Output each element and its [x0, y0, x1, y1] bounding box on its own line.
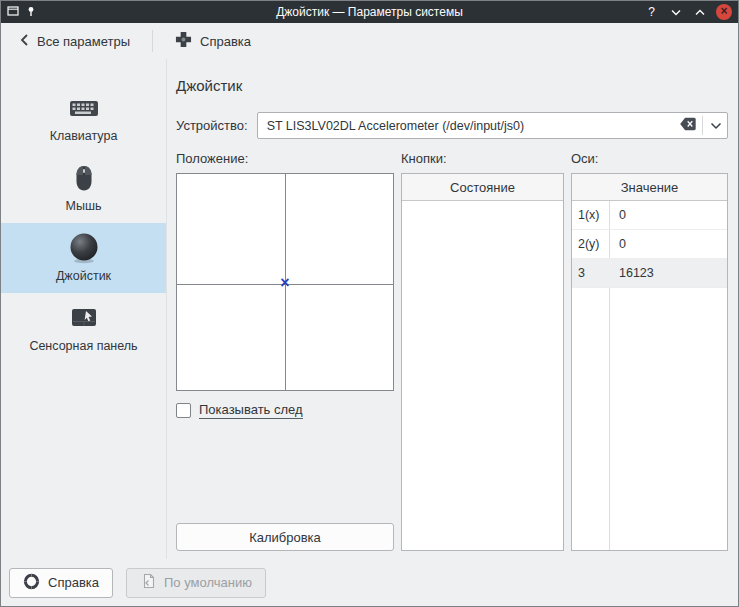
chevron-left-icon [19, 33, 29, 50]
pin-icon[interactable] [26, 5, 36, 20]
axes-table: Значение 1(x) 0 2(y) 0 [571, 173, 728, 551]
axes-label: Оси: [571, 151, 728, 173]
help-ring-icon [23, 573, 40, 593]
close-button[interactable]: × [716, 4, 732, 20]
device-combobox[interactable]: ST LIS3LV02DL Accelerometer (/dev/input/… [257, 112, 728, 139]
axes-table-header: Значение [572, 174, 727, 201]
buttons-table-header: Состояние [402, 174, 563, 201]
show-trace-label: Показывать след [199, 402, 303, 419]
sidebar-item-touchpad[interactable]: Сенсорная панель [1, 293, 166, 363]
buttons-table-body [402, 201, 563, 550]
sidebar-item-mouse[interactable]: Мышь [1, 153, 166, 223]
titlebar[interactable]: Джойстик — Параметры системы ? × [1, 1, 738, 23]
spacer [176, 419, 394, 523]
axis-value: 0 [609, 237, 626, 251]
buttons-table: Состояние [401, 173, 564, 551]
panels: Положение: × Показывать след Калибровка [176, 151, 728, 551]
defaults-button[interactable]: По умолчанию [126, 568, 266, 598]
combobox-dropdown-area[interactable] [702, 116, 722, 135]
calibrate-button[interactable]: Калибровка [176, 523, 394, 551]
system-settings-window: Джойстик — Параметры системы ? × Все пар… [0, 0, 739, 607]
show-trace-checkbox-row[interactable]: Показывать след [176, 402, 394, 419]
toolbar-help-label: Справка [200, 34, 251, 49]
minimize-button[interactable] [668, 4, 683, 20]
table-row: 2(y) 0 [572, 230, 727, 259]
toolbar-separator [152, 30, 153, 52]
all-settings-label: Все параметры [37, 34, 130, 49]
page-title: Джойстик [176, 77, 728, 94]
axis-number: 1(x) [572, 208, 609, 222]
position-panel: Положение: × Показывать след Калибровка [176, 151, 394, 551]
sidebar-item-keyboard[interactable]: Клавиатура [1, 83, 166, 153]
touchpad-icon [71, 302, 97, 334]
maximize-button[interactable] [692, 4, 707, 20]
toolbar-help-button[interactable]: Справка [167, 26, 259, 56]
position-display: × [176, 173, 394, 391]
gamepad-icon [175, 31, 192, 51]
app-icon [7, 5, 19, 20]
keyboard-icon [69, 92, 99, 124]
axis-value: 0 [609, 208, 626, 222]
position-marker: × [280, 276, 289, 292]
mouse-icon [75, 162, 93, 194]
table-row: 1(x) 0 [572, 201, 727, 230]
axes-rows: 1(x) 0 2(y) 0 3 16123 [572, 201, 727, 288]
buttons-panel: Кнопки: Состояние [401, 151, 564, 551]
device-label: Устройство: [176, 118, 248, 133]
titlebar-help-button[interactable]: ? [644, 4, 659, 20]
titlebar-left [7, 5, 147, 20]
sidebar-item-joystick[interactable]: Джойстик [1, 223, 166, 293]
device-row: Устройство: ST LIS3LV02DL Accelerometer … [176, 112, 728, 139]
buttons-label: Кнопки: [401, 151, 564, 173]
joystick-icon [67, 232, 101, 264]
all-settings-back-button[interactable]: Все параметры [11, 28, 138, 55]
titlebar-buttons: ? × [592, 4, 732, 20]
sidebar-item-label: Сенсорная панель [29, 339, 137, 353]
device-combobox-value: ST LIS3LV02DL Accelerometer (/dev/input/… [267, 119, 674, 133]
position-label: Положение: [176, 151, 394, 173]
axes-table-body: 1(x) 0 2(y) 0 3 16123 [572, 201, 727, 550]
document-revert-icon [140, 573, 156, 592]
toolbar: Все параметры Справка [1, 23, 738, 59]
window-title: Джойстик — Параметры системы [147, 5, 592, 19]
clear-icon[interactable] [679, 117, 697, 134]
axis-number: 2(y) [572, 237, 609, 251]
defaults-button-label: По умолчанию [164, 575, 252, 590]
axis-value: 16123 [609, 266, 654, 280]
table-row: 3 16123 [572, 259, 727, 288]
axes-panel: Оси: Значение 1(x) 0 2(y) [571, 151, 728, 551]
sidebar-item-label: Клавиатура [50, 129, 118, 143]
show-trace-checkbox[interactable] [176, 403, 191, 418]
sidebar-item-label: Мышь [66, 199, 102, 213]
body: Клавиатура Мышь Джойстик Сенсорная панел… [1, 59, 738, 559]
joystick-module: Джойстик Устройство: ST LIS3LV02DL Accel… [167, 59, 738, 559]
sidebar-item-label: Джойстик [56, 269, 111, 283]
axis-number: 3 [572, 266, 609, 280]
chevron-down-icon [710, 118, 722, 133]
help-button-label: Справка [48, 575, 99, 590]
sidebar: Клавиатура Мышь Джойстик Сенсорная панел… [1, 59, 167, 559]
footer: Справка По умолчанию [1, 559, 738, 606]
help-button[interactable]: Справка [9, 568, 113, 598]
